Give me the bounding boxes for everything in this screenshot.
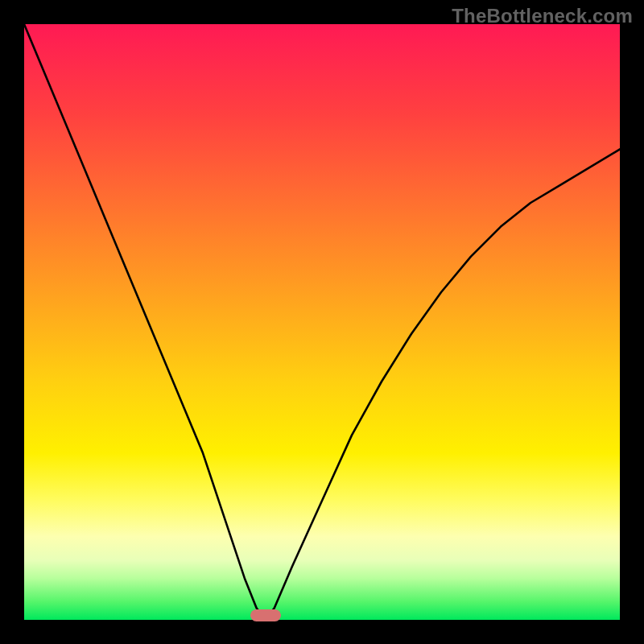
bottleneck-curve — [24, 24, 620, 620]
optimal-marker — [250, 609, 281, 621]
plot-area — [24, 24, 620, 620]
watermark-text: TheBottleneck.com — [452, 5, 633, 27]
chart-frame: TheBottleneck.com — [0, 0, 644, 644]
